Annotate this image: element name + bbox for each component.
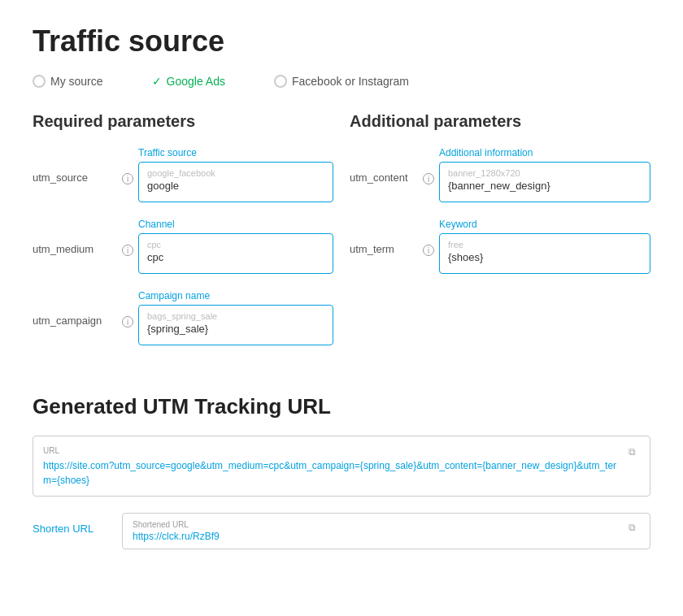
radio-circle-facebook [274, 75, 287, 88]
radio-label-google-ads: Google Ads [167, 75, 225, 88]
shortened-url-value: https://clck.ru/RzBf9 [133, 531, 220, 542]
utm-medium-label: utm_medium [33, 219, 122, 255]
generated-url-title: Generated UTM Tracking URL [33, 394, 650, 419]
utm-term-field-container: Keyword free {shoes} [439, 219, 650, 274]
utm-campaign-label: utm_campaign [33, 290, 122, 327]
utm-campaign-field-container: Campaign name bags_spring_sale {spring_s… [138, 290, 333, 345]
radio-my-source[interactable]: My source [33, 75, 103, 88]
info-icon-utm-term[interactable]: i [423, 245, 434, 256]
utm-content-value: {banner_new_design} [448, 179, 642, 193]
info-icon-utm-content[interactable]: i [423, 173, 434, 184]
utm-campaign-input[interactable]: bags_spring_sale {spring_sale} [138, 305, 333, 345]
check-icon-google-ads: ✓ [152, 75, 162, 88]
utm-source-label: utm_source [33, 147, 122, 184]
copy-url-icon[interactable]: ⧉ [629, 445, 642, 458]
shortened-url-box: Shortened URL https://clck.ru/RzBf9 ⧉ [122, 513, 650, 549]
radio-circle-my-source [33, 75, 46, 88]
utm-source-value: google [147, 179, 324, 193]
utm-source-placeholder: google_facebook [147, 167, 324, 179]
page-title: Traffic source [33, 24, 650, 59]
utm-campaign-field-label: Campaign name [138, 290, 333, 301]
radio-google-ads[interactable]: ✓ Google Ads [152, 75, 225, 88]
required-params-heading: Required parameters [33, 112, 333, 131]
info-icon-utm-medium[interactable]: i [122, 245, 133, 256]
field-row-utm-term: utm_term i Keyword free {shoes} [350, 219, 650, 274]
traffic-source-selector: My source ✓ Google Ads Facebook or Insta… [33, 75, 650, 88]
utm-medium-field-label: Channel [138, 219, 333, 230]
copy-shortened-url-icon[interactable]: ⧉ [629, 522, 642, 535]
radio-label-facebook: Facebook or Instagram [292, 75, 409, 88]
utm-source-field-container: Traffic source google_facebook google [138, 147, 333, 202]
field-row-utm-content: utm_content i Additional information ban… [350, 147, 650, 202]
utm-content-field-label: Additional information [439, 147, 650, 158]
generated-url-section: Generated UTM Tracking URL URL https://s… [33, 394, 650, 549]
required-params-col: Required parameters utm_source i Traffic… [33, 112, 333, 362]
utm-medium-placeholder: cpc [147, 239, 324, 250]
utm-medium-input[interactable]: cpc cpc [138, 233, 333, 274]
utm-term-input[interactable]: free {shoes} [439, 233, 650, 274]
additional-params-heading: Additional parameters [350, 112, 650, 131]
radio-facebook-instagram[interactable]: Facebook or Instagram [274, 75, 409, 88]
utm-term-placeholder: free [448, 239, 642, 250]
generated-url-box: URL https://site.com?utm_source=google&u… [33, 436, 650, 497]
field-row-utm-medium: utm_medium i Channel cpc cpc [33, 219, 333, 274]
utm-content-placeholder: banner_1280x720 [448, 167, 642, 179]
additional-params-col: Additional parameters utm_content i Addi… [333, 112, 650, 362]
info-icon-utm-source[interactable]: i [122, 173, 133, 184]
utm-content-label: utm_content [350, 147, 423, 184]
shorten-url-label[interactable]: Shorten URL [33, 513, 106, 535]
field-row-utm-source: utm_source i Traffic source google_faceb… [33, 147, 333, 202]
utm-medium-field-container: Channel cpc cpc [138, 219, 333, 274]
utm-campaign-value: {spring_sale} [147, 322, 324, 336]
utm-source-input[interactable]: google_facebook google [138, 162, 333, 202]
info-icon-utm-campaign[interactable]: i [122, 316, 133, 328]
utm-campaign-placeholder: bags_spring_sale [147, 310, 324, 322]
shortened-url-field-label: Shortened URL [133, 520, 620, 529]
utm-content-input[interactable]: banner_1280x720 {banner_new_design} [439, 162, 650, 202]
radio-label-my-source: My source [50, 75, 103, 88]
utm-medium-value: cpc [147, 250, 324, 265]
utm-term-label: utm_term [350, 219, 423, 255]
utm-term-field-label: Keyword [439, 219, 650, 230]
shorten-url-row: Shorten URL Shortened URL https://clck.r… [33, 513, 650, 549]
parameters-section: Required parameters utm_source i Traffic… [33, 112, 650, 362]
utm-content-field-container: Additional information banner_1280x720 {… [439, 147, 650, 202]
utm-term-value: {shoes} [448, 250, 642, 265]
utm-source-field-label: Traffic source [138, 147, 333, 158]
generated-url-value: https://site.com?utm_source=google&utm_m… [43, 460, 616, 486]
url-field-label: URL [43, 445, 620, 457]
field-row-utm-campaign: utm_campaign i Campaign name bags_spring… [33, 290, 333, 345]
